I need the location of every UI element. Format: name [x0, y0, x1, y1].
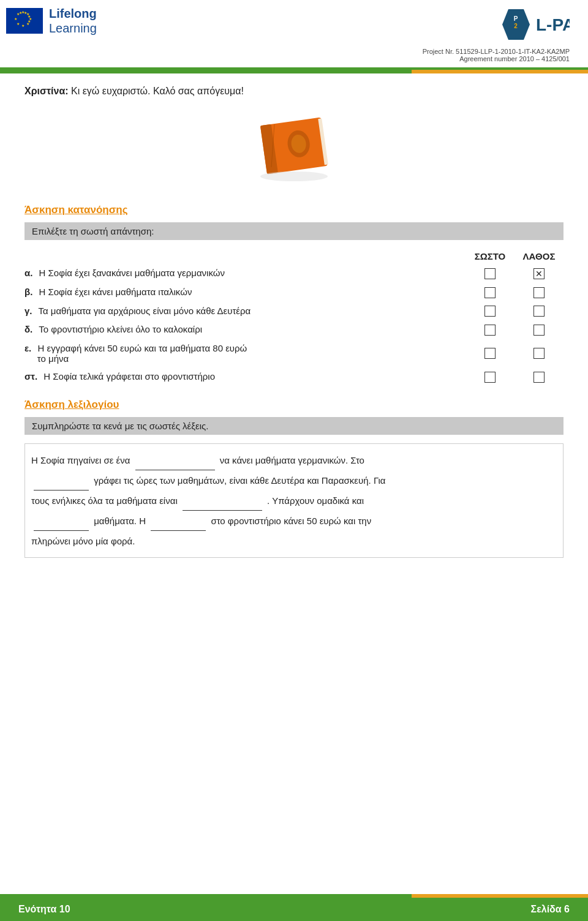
svg-text:★: ★: [28, 15, 31, 18]
checkbox-st-wrong[interactable]: [533, 372, 545, 383]
row-label-d: δ. Το φροντιστήριο κλείνει όλο το καλοκα…: [24, 320, 466, 339]
row-st-correct[interactable]: [466, 367, 514, 386]
vocabulary-title: Άσκηση λεξιλογίου: [24, 399, 564, 411]
row-b-correct[interactable]: [466, 283, 514, 302]
greeting-line: Χριστίνα: Κι εγώ ευχαριστώ. Καλό σας από…: [24, 86, 564, 97]
row-d-correct[interactable]: [466, 320, 514, 339]
blank-2[interactable]: [34, 490, 89, 491]
left-logo: ★ ★ ★ ★ ★ ★ ★ ★ ★ ★ ★ ★ Lifelong Learnin…: [6, 6, 97, 36]
checkbox-a-wrong[interactable]: ✕: [533, 268, 545, 279]
footer-left: Ενότητα 10: [18, 904, 70, 915]
footer-accent-bar: [0, 894, 588, 898]
svg-text:2: 2: [514, 23, 518, 29]
blank-1[interactable]: [135, 470, 215, 470]
table-row: ε. Η εγγραφή κάνει 50 ευρώ και τα μαθήμα…: [24, 339, 564, 367]
eu-flag-icon: ★ ★ ★ ★ ★ ★ ★ ★ ★ ★ ★ ★: [6, 8, 43, 34]
checkbox-a-correct[interactable]: [484, 268, 496, 279]
comprehension-title: Άσκηση κατανόησης: [24, 204, 564, 216]
blank-4[interactable]: [34, 530, 89, 531]
fill-text-8: πληρώνει μόνο μία φορά.: [31, 536, 135, 546]
lpack-badge-icon: P 2 L-PACK: [496, 6, 570, 43]
correct-header: ΣΩΣΤΟ: [466, 249, 514, 264]
row-label-st: στ. Η Σοφία τελικά γράφεται στο φροντιστ…: [24, 367, 466, 386]
svg-text:★: ★: [24, 11, 27, 15]
fill-in-text: Η Σοφία πηγαίνει σε ένα να κάνει μαθήματ…: [24, 443, 564, 558]
fill-text-2: να κάνει μαθήματα γερμανικών. Στο: [220, 455, 364, 465]
fill-text-3: γράφει τις ώρες των μαθημάτων, είναι κάθ…: [94, 475, 385, 486]
fill-text-6: μαθήματα. Η: [94, 516, 146, 526]
footer-content: Ενότητα 10 Σελίδα 6: [0, 898, 588, 921]
svg-text:★: ★: [19, 11, 22, 15]
row-label-a: α. Η Σοφία έχει ξανακάνει μαθήματα γερμα…: [24, 264, 466, 283]
row-label-b: β. Η Σοφία έχει κάνει μαθήματα ιταλικών: [24, 283, 466, 302]
checkbox-b-correct[interactable]: [484, 287, 496, 298]
row-a-wrong[interactable]: ✕: [514, 264, 564, 283]
row-e-wrong[interactable]: [514, 339, 564, 367]
row-st-wrong[interactable]: [514, 367, 564, 386]
row-label-e: ε. Η εγγραφή κάνει 50 ευρώ και τα μαθήμα…: [24, 339, 466, 367]
checkbox-d-correct[interactable]: [484, 325, 496, 336]
lpack-logo: P 2 L-PACK Project Nr. 511529-LLP-1-2010…: [423, 6, 570, 62]
checkbox-g-wrong[interactable]: [533, 306, 545, 317]
table-row: γ. Τα μαθήματα για αρχάριους είναι μόνο …: [24, 302, 564, 321]
row-g-correct[interactable]: [466, 302, 514, 321]
fill-text-4: τους ενήλικες όλα τα μαθήματα είναι: [31, 495, 178, 506]
svg-text:★: ★: [21, 24, 24, 28]
empty-header: [24, 249, 466, 264]
page-footer: Ενότητα 10 Σελίδα 6: [0, 894, 588, 921]
book-icon: [245, 109, 343, 189]
table-row: δ. Το φροντιστήριο κλείνει όλο το καλοκα…: [24, 320, 564, 339]
greeting-text: Κι εγώ ευχαριστώ. Καλό σας απόγευμα!: [71, 86, 244, 96]
checkbox-st-correct[interactable]: [484, 372, 496, 383]
row-e-correct[interactable]: [466, 339, 514, 367]
vocabulary-section: Άσκηση λεξιλογίου Συμπληρώστε τα κενά με…: [24, 399, 564, 558]
blank-3[interactable]: [183, 510, 262, 511]
checkbox-e-correct[interactable]: [484, 348, 496, 359]
blank-5[interactable]: [151, 530, 206, 531]
wrong-header: ΛΑΘΟΣ: [514, 249, 564, 264]
fill-text-1: Η Σοφία πηγαίνει σε ένα: [31, 455, 130, 465]
svg-text:L-PACK: L-PACK: [536, 15, 570, 34]
lifelong-learning-text: Lifelong Learning: [49, 6, 97, 36]
vocabulary-instruction-bar: Συμπληρώστε τα κενά με τις σωστές λέξεις…: [24, 417, 564, 435]
footer-right: Σελίδα 6: [531, 904, 570, 915]
vocabulary-instruction: Συμπληρώστε τα κενά με τις σωστές λέξεις…: [32, 421, 208, 431]
page-header: ★ ★ ★ ★ ★ ★ ★ ★ ★ ★ ★ ★ Lifelong Learnin…: [0, 0, 588, 70]
table-row: στ. Η Σοφία τελικά γράφεται στο φροντιστ…: [24, 367, 564, 386]
checkbox-d-wrong[interactable]: [533, 325, 545, 336]
checkbox-b-wrong[interactable]: [533, 287, 545, 298]
svg-text:★: ★: [14, 17, 17, 21]
checkbox-e-wrong[interactable]: [533, 348, 545, 359]
book-image-area: [24, 109, 564, 189]
table-row: β. Η Σοφία έχει κάνει μαθήματα ιταλικών: [24, 283, 564, 302]
main-content: Χριστίνα: Κι εγώ ευχαριστώ. Καλό σας από…: [0, 73, 588, 570]
comprehension-table: ΣΩΣΤΟ ΛΑΘΟΣ α. Η Σοφία έχει ξανακάνει μα…: [24, 249, 564, 386]
svg-point-22: [260, 171, 328, 181]
project-info: Project Nr. 511529-LLP-1-2010-1-IT-KA2-K…: [423, 48, 570, 62]
row-a-correct[interactable]: [466, 264, 514, 283]
row-b-wrong[interactable]: [514, 283, 564, 302]
fill-text-7: στο φροντιστήριο κάνει 50 ευρώ και την: [211, 516, 371, 526]
row-d-wrong[interactable]: [514, 320, 564, 339]
row-label-g: γ. Τα μαθήματα για αρχάριους είναι μόνο …: [24, 302, 466, 321]
comprehension-instruction: Επιλέξτε τη σωστή απάντηση:: [32, 226, 154, 236]
svg-text:★: ★: [17, 22, 20, 26]
speaker-name: Χριστίνα:: [24, 86, 69, 96]
svg-text:P: P: [514, 15, 518, 22]
checkbox-g-correct[interactable]: [484, 306, 496, 317]
svg-text:★: ★: [28, 20, 31, 23]
fill-text-5: . Υπάρχουν ομαδικά και: [267, 495, 364, 506]
row-g-wrong[interactable]: [514, 302, 564, 321]
comprehension-instruction-bar: Επιλέξτε τη σωστή απάντηση:: [24, 222, 564, 240]
table-row: α. Η Σοφία έχει ξανακάνει μαθήματα γερμα…: [24, 264, 564, 283]
header-accent-bar: [0, 70, 588, 73]
